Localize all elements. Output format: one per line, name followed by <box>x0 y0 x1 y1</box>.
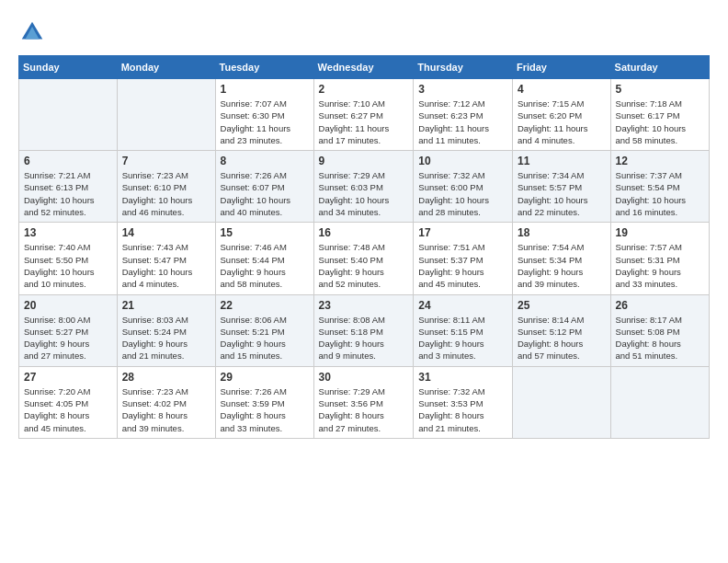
calendar-cell: 11Sunrise: 7:34 AM Sunset: 5:57 PM Dayli… <box>512 151 610 223</box>
calendar-cell: 12Sunrise: 7:37 AM Sunset: 5:54 PM Dayli… <box>610 151 709 223</box>
day-number: 3 <box>418 83 507 96</box>
day-detail: Sunrise: 8:06 AM Sunset: 5:21 PM Dayligh… <box>221 314 309 362</box>
day-detail: Sunrise: 7:23 AM Sunset: 6:10 PM Dayligh… <box>122 169 210 218</box>
calendar-cell: 19Sunrise: 7:57 AM Sunset: 5:31 PM Dayli… <box>610 223 709 294</box>
day-number: 4 <box>518 83 606 96</box>
day-header-sunday: Sunday <box>19 56 118 79</box>
calendar-week-row: 20Sunrise: 8:00 AM Sunset: 5:27 PM Dayli… <box>19 294 710 366</box>
day-number: 15 <box>221 226 309 239</box>
calendar-cell: 4Sunrise: 7:15 AM Sunset: 6:20 PM Daylig… <box>512 79 610 151</box>
calendar-cell: 8Sunrise: 7:26 AM Sunset: 6:07 PM Daylig… <box>215 151 313 223</box>
day-detail: Sunrise: 7:37 AM Sunset: 5:54 PM Dayligh… <box>616 169 704 218</box>
day-header-monday: Monday <box>117 56 215 79</box>
page-header <box>18 18 710 46</box>
calendar-cell: 23Sunrise: 8:08 AM Sunset: 5:18 PM Dayli… <box>313 294 414 366</box>
calendar-cell: 3Sunrise: 7:12 AM Sunset: 6:23 PM Daylig… <box>414 79 513 151</box>
calendar-cell <box>610 366 709 438</box>
calendar-cell: 9Sunrise: 7:29 AM Sunset: 6:03 PM Daylig… <box>313 151 414 223</box>
day-detail: Sunrise: 8:11 AM Sunset: 5:15 PM Dayligh… <box>418 314 507 362</box>
day-detail: Sunrise: 7:43 AM Sunset: 5:47 PM Dayligh… <box>122 241 210 290</box>
day-detail: Sunrise: 7:15 AM Sunset: 6:20 PM Dayligh… <box>518 98 606 146</box>
logo-icon <box>18 18 46 46</box>
day-number: 29 <box>221 371 309 384</box>
day-detail: Sunrise: 7:20 AM Sunset: 4:05 PM Dayligh… <box>24 385 112 434</box>
day-number: 18 <box>518 226 606 239</box>
day-number: 6 <box>24 155 112 167</box>
calendar-cell: 25Sunrise: 8:14 AM Sunset: 5:12 PM Dayli… <box>512 294 610 366</box>
calendar-cell: 1Sunrise: 7:07 AM Sunset: 6:30 PM Daylig… <box>215 79 313 151</box>
day-detail: Sunrise: 8:08 AM Sunset: 5:18 PM Dayligh… <box>319 314 409 362</box>
calendar-cell: 16Sunrise: 7:48 AM Sunset: 5:40 PM Dayli… <box>313 223 414 294</box>
calendar-header-row: SundayMondayTuesdayWednesdayThursdayFrid… <box>19 56 710 79</box>
day-detail: Sunrise: 7:18 AM Sunset: 6:17 PM Dayligh… <box>616 98 704 146</box>
day-header-tuesday: Tuesday <box>215 56 313 79</box>
day-number: 28 <box>122 371 210 384</box>
calendar-cell: 15Sunrise: 7:46 AM Sunset: 5:44 PM Dayli… <box>215 223 313 294</box>
calendar-cell <box>512 366 610 438</box>
calendar-cell: 6Sunrise: 7:21 AM Sunset: 6:13 PM Daylig… <box>19 151 118 223</box>
day-detail: Sunrise: 7:40 AM Sunset: 5:50 PM Dayligh… <box>24 241 112 290</box>
calendar-week-row: 6Sunrise: 7:21 AM Sunset: 6:13 PM Daylig… <box>19 151 710 223</box>
day-detail: Sunrise: 7:29 AM Sunset: 3:56 PM Dayligh… <box>319 385 409 434</box>
day-detail: Sunrise: 7:23 AM Sunset: 4:02 PM Dayligh… <box>122 385 210 434</box>
day-number: 11 <box>518 155 606 167</box>
calendar-cell: 30Sunrise: 7:29 AM Sunset: 3:56 PM Dayli… <box>313 366 414 438</box>
day-detail: Sunrise: 7:32 AM Sunset: 6:00 PM Dayligh… <box>418 169 507 218</box>
day-number: 1 <box>221 83 309 96</box>
day-detail: Sunrise: 7:32 AM Sunset: 3:53 PM Dayligh… <box>418 385 507 434</box>
calendar-cell: 18Sunrise: 7:54 AM Sunset: 5:34 PM Dayli… <box>512 223 610 294</box>
day-detail: Sunrise: 7:26 AM Sunset: 3:59 PM Dayligh… <box>221 385 309 434</box>
day-number: 26 <box>616 299 704 312</box>
day-number: 13 <box>24 226 112 239</box>
day-detail: Sunrise: 7:54 AM Sunset: 5:34 PM Dayligh… <box>518 241 606 290</box>
day-number: 20 <box>24 299 112 312</box>
day-detail: Sunrise: 7:26 AM Sunset: 6:07 PM Dayligh… <box>221 169 309 218</box>
calendar-table: SundayMondayTuesdayWednesdayThursdayFrid… <box>18 55 710 439</box>
day-header-wednesday: Wednesday <box>313 56 414 79</box>
calendar-cell: 29Sunrise: 7:26 AM Sunset: 3:59 PM Dayli… <box>215 366 313 438</box>
calendar-cell <box>117 79 215 151</box>
day-number: 16 <box>319 226 409 239</box>
calendar-cell: 22Sunrise: 8:06 AM Sunset: 5:21 PM Dayli… <box>215 294 313 366</box>
day-detail: Sunrise: 7:29 AM Sunset: 6:03 PM Dayligh… <box>319 169 409 218</box>
calendar-cell: 5Sunrise: 7:18 AM Sunset: 6:17 PM Daylig… <box>610 79 709 151</box>
calendar-week-row: 1Sunrise: 7:07 AM Sunset: 6:30 PM Daylig… <box>19 79 710 151</box>
day-number: 10 <box>418 155 507 167</box>
calendar-cell: 21Sunrise: 8:03 AM Sunset: 5:24 PM Dayli… <box>117 294 215 366</box>
calendar-cell: 2Sunrise: 7:10 AM Sunset: 6:27 PM Daylig… <box>313 79 414 151</box>
day-number: 2 <box>319 83 409 96</box>
day-detail: Sunrise: 7:46 AM Sunset: 5:44 PM Dayligh… <box>221 241 309 290</box>
day-detail: Sunrise: 7:21 AM Sunset: 6:13 PM Dayligh… <box>24 169 112 218</box>
day-number: 9 <box>319 155 409 167</box>
day-number: 30 <box>319 371 409 384</box>
day-detail: Sunrise: 8:00 AM Sunset: 5:27 PM Dayligh… <box>24 314 112 362</box>
day-number: 8 <box>221 155 309 167</box>
calendar-cell: 7Sunrise: 7:23 AM Sunset: 6:10 PM Daylig… <box>117 151 215 223</box>
calendar-cell <box>19 79 118 151</box>
day-header-saturday: Saturday <box>610 56 709 79</box>
calendar-cell: 26Sunrise: 8:17 AM Sunset: 5:08 PM Dayli… <box>610 294 709 366</box>
day-detail: Sunrise: 7:34 AM Sunset: 5:57 PM Dayligh… <box>518 169 606 218</box>
day-detail: Sunrise: 7:57 AM Sunset: 5:31 PM Dayligh… <box>616 241 704 290</box>
day-header-friday: Friday <box>512 56 610 79</box>
calendar-cell: 28Sunrise: 7:23 AM Sunset: 4:02 PM Dayli… <box>117 366 215 438</box>
calendar-cell: 24Sunrise: 8:11 AM Sunset: 5:15 PM Dayli… <box>414 294 513 366</box>
day-number: 25 <box>518 299 606 312</box>
day-detail: Sunrise: 7:10 AM Sunset: 6:27 PM Dayligh… <box>319 98 409 146</box>
calendar-cell: 13Sunrise: 7:40 AM Sunset: 5:50 PM Dayli… <box>19 223 118 294</box>
day-number: 22 <box>221 299 309 312</box>
day-detail: Sunrise: 7:48 AM Sunset: 5:40 PM Dayligh… <box>319 241 409 290</box>
calendar-cell: 20Sunrise: 8:00 AM Sunset: 5:27 PM Dayli… <box>19 294 118 366</box>
calendar-week-row: 13Sunrise: 7:40 AM Sunset: 5:50 PM Dayli… <box>19 223 710 294</box>
calendar-cell: 14Sunrise: 7:43 AM Sunset: 5:47 PM Dayli… <box>117 223 215 294</box>
calendar-cell: 10Sunrise: 7:32 AM Sunset: 6:00 PM Dayli… <box>414 151 513 223</box>
day-number: 17 <box>418 226 507 239</box>
day-number: 24 <box>418 299 507 312</box>
day-number: 23 <box>319 299 409 312</box>
calendar-week-row: 27Sunrise: 7:20 AM Sunset: 4:05 PM Dayli… <box>19 366 710 438</box>
day-detail: Sunrise: 8:17 AM Sunset: 5:08 PM Dayligh… <box>616 314 704 362</box>
day-number: 19 <box>616 226 704 239</box>
day-number: 14 <box>122 226 210 239</box>
day-number: 5 <box>616 83 704 96</box>
day-detail: Sunrise: 7:51 AM Sunset: 5:37 PM Dayligh… <box>418 241 507 290</box>
